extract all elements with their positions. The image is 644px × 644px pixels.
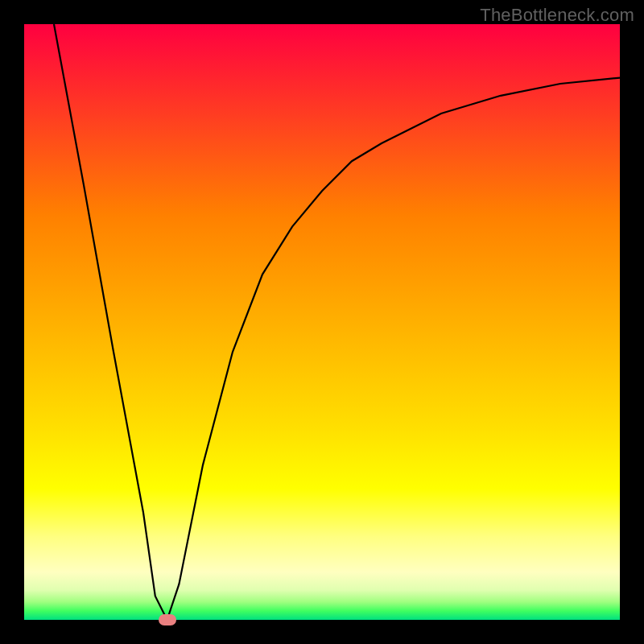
curve-path xyxy=(54,24,620,620)
watermark-text: TheBottleneck.com xyxy=(480,5,634,26)
optimal-point-marker xyxy=(159,614,176,625)
chart-frame: TheBottleneck.com xyxy=(0,0,644,644)
chart-plot-area xyxy=(24,24,620,620)
bottleneck-curve xyxy=(24,24,620,620)
